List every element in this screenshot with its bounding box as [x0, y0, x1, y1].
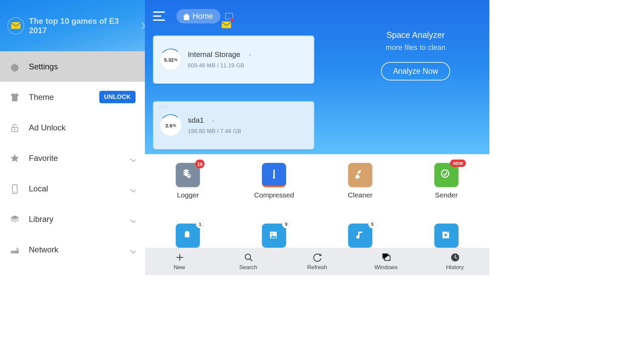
sidebar-item-local[interactable]: Local: [0, 173, 145, 204]
tool-cleaner[interactable]: Cleaner: [348, 163, 373, 215]
stack-icon: [9, 214, 19, 224]
plus-icon: [174, 252, 184, 262]
badge-count: 16: [195, 160, 205, 168]
badge-count: 9: [282, 220, 290, 228]
chevron-down-icon: [128, 246, 136, 253]
promo-title: The top 10 games of E3 2017: [29, 16, 135, 35]
promo-banner[interactable]: The top 10 games of E3 2017: [0, 0, 145, 51]
space-analyzer-panel: Space Analyzer more files to clean Analy…: [362, 30, 469, 80]
bottom-search[interactable]: Search: [214, 248, 282, 275]
storage-name: sda1: [188, 116, 204, 124]
storage-bytes: 198.80 MB / 7.46 GB: [188, 128, 241, 135]
movie-icon: [434, 224, 459, 248]
bottom-bar: New Search Refresh Windows History: [145, 248, 489, 275]
chevron-right-icon: [138, 20, 145, 31]
usage-pie: 5.32%: [160, 49, 182, 71]
bottom-new[interactable]: New: [145, 248, 214, 275]
otg-tag: OTG: [158, 105, 169, 110]
unlock-badge[interactable]: UNLOCK: [99, 91, 136, 103]
tool-logger[interactable]: 16 Logger: [176, 163, 200, 215]
router-icon: [9, 245, 19, 255]
windows-icon: [381, 252, 391, 262]
home-icon: [181, 12, 190, 20]
search-icon: [243, 252, 253, 262]
logger-icon: 16: [176, 163, 200, 187]
analyzer-title: Space Analyzer: [362, 30, 469, 40]
chevron-down-icon: [128, 216, 136, 223]
storage-card-sda1[interactable]: OTG 2.6% sda1 198.80 MB / 7.46 GB: [153, 101, 314, 149]
sidebar-item-network[interactable]: Network: [0, 234, 145, 265]
storage-card-internal[interactable]: 5.32% Internal Storage 609.46 MB / 11.19…: [153, 36, 314, 84]
notification-dot: [230, 18, 234, 22]
star-icon: [9, 153, 19, 163]
breadcrumb-home[interactable]: Home: [176, 9, 220, 23]
sidebar-menu: Settings Theme UNLOCK Ad Unlock Favorite…: [0, 51, 145, 275]
badge-count: 1: [196, 220, 204, 228]
mail-icon: [7, 17, 24, 35]
storage-name: Internal Storage: [188, 50, 240, 59]
chevron-right-icon: [245, 52, 251, 58]
analyze-now-button[interactable]: Analyze Now: [381, 62, 450, 80]
top-bar: Home: [153, 8, 478, 24]
zip-icon: [262, 163, 286, 187]
sidebar: The top 10 games of E3 2017 Settings The…: [0, 0, 145, 275]
sender-icon: NEW: [434, 163, 459, 187]
broom-icon: [348, 163, 372, 187]
bottom-refresh[interactable]: Refresh: [283, 248, 352, 275]
sidebar-item-settings[interactable]: Settings: [0, 51, 145, 82]
image-icon: 9: [262, 224, 286, 248]
sidebar-item-theme[interactable]: Theme UNLOCK: [0, 82, 145, 112]
android-icon: 1: [176, 224, 200, 248]
chevron-down-icon: [128, 155, 136, 162]
phone-icon: [9, 184, 19, 194]
bottom-windows[interactable]: Windows: [352, 248, 420, 275]
badge-new: NEW: [450, 160, 466, 167]
chevron-down-icon: [128, 185, 136, 192]
hero-section: Home Space Analyzer more files to clean …: [145, 0, 489, 154]
storage-bytes: 609.46 MB / 11.19 GB: [188, 62, 251, 69]
sidebar-item-ad-unlock[interactable]: Ad Unlock: [0, 112, 145, 143]
chevron-right-icon: [209, 118, 214, 123]
usage-pie: 2.6%: [160, 114, 182, 136]
main-panel: Home Space Analyzer more files to clean …: [145, 0, 489, 275]
history-icon: [450, 252, 460, 262]
tool-compressed[interactable]: Compressed: [254, 163, 294, 215]
hamburger-button[interactable]: [153, 11, 165, 21]
bottom-history[interactable]: History: [421, 248, 489, 275]
badge-count: 5: [368, 220, 376, 228]
music-icon: 5: [348, 224, 372, 248]
refresh-icon: [312, 252, 322, 262]
analyzer-subtitle: more files to clean: [362, 43, 469, 52]
sidebar-item-favorite[interactable]: Favorite: [0, 143, 145, 173]
gear-icon: [9, 62, 19, 72]
lock-icon: [9, 123, 19, 133]
tool-sender[interactable]: NEW Sender: [434, 163, 459, 215]
notifications-button[interactable]: [221, 20, 232, 30]
shirt-icon: [9, 92, 19, 102]
sidebar-item-library[interactable]: Library: [0, 204, 145, 234]
